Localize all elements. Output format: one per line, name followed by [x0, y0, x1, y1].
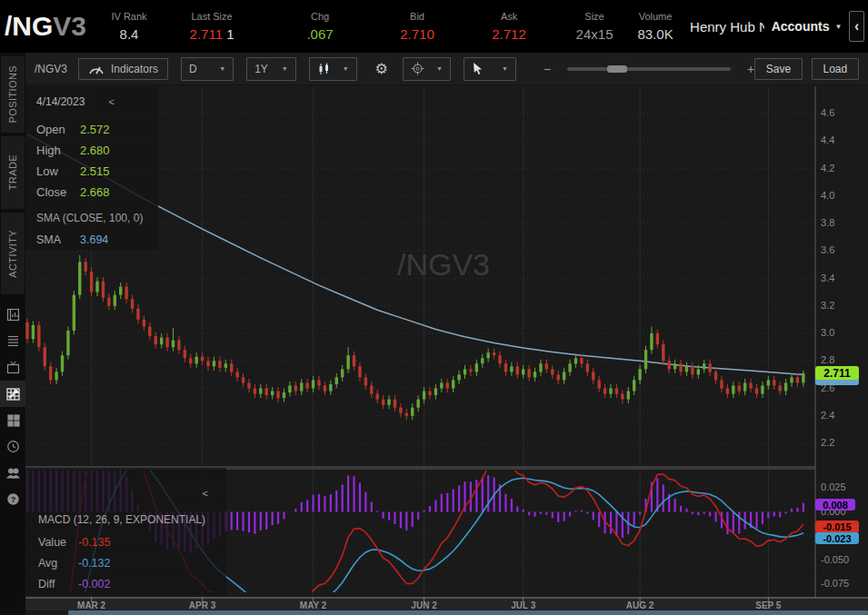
price-tick-label: 3.6	[821, 244, 834, 255]
price-tick-label: 3.8	[821, 217, 834, 228]
collapse-panel-icon[interactable]: <	[203, 488, 208, 499]
symbol-month-code: V3	[53, 11, 86, 41]
collapse-panel-icon[interactable]: <	[108, 96, 114, 107]
field-ask: Ask 2.712	[459, 11, 559, 42]
sidebar-icon-rail: ?	[0, 302, 25, 512]
help-icon[interactable]: ?	[0, 486, 25, 512]
indicators-button[interactable]: Indicators	[78, 58, 168, 80]
pointer-tool-dropdown[interactable]: ▼	[464, 57, 516, 81]
time-scrollbar[interactable]	[68, 610, 868, 615]
time-tick-label: JUL 3	[511, 600, 535, 610]
field-last-size: Last Size 2.711 1	[159, 11, 264, 42]
symbol-root: /NG	[5, 11, 53, 41]
zoom-in-button[interactable]: +	[747, 62, 754, 76]
macd-avg-axis-label: -0.023	[815, 532, 859, 544]
last-price-axis-label: 2.711	[815, 366, 859, 380]
crosshair-date: 4/14/2023	[36, 95, 85, 108]
tv-icon[interactable]	[0, 354, 25, 381]
price-tick-label: 4.4	[821, 134, 834, 145]
sma-study-value-row: SMA3.694	[36, 233, 158, 246]
zoom-slider-track[interactable]	[567, 67, 731, 71]
macd-tick-label: -0.075	[821, 578, 849, 589]
sma-study-title: SMA (CLOSE, 100, 0)	[36, 212, 158, 224]
chevron-left-icon: ‹	[854, 18, 859, 35]
time-tick-label: JUN 2	[411, 600, 436, 610]
macd-value-row: Value-0.135	[38, 536, 110, 549]
time-tick-label: MAR 2	[77, 600, 105, 610]
macd-diff-axis-label: 0.008	[815, 499, 855, 511]
price-tick-label: 2.8	[821, 354, 834, 365]
timeframe-dropdown[interactable]: D ▼	[181, 57, 234, 81]
macd-tick-label: -0.050	[821, 554, 849, 565]
price-tick-label: 4.6	[821, 107, 834, 118]
time-tick-label: SEP 5	[755, 600, 781, 610]
zoom-slider-handle[interactable]	[607, 65, 627, 73]
candlestick-style-icon	[317, 63, 331, 75]
trading-app: /NGV3 IV Rank 8.4 Last Size 2.711 1 Chg …	[0, 0, 868, 615]
chevron-down-icon: ▼	[282, 65, 288, 72]
sidebar-tab-trade[interactable]: TRADE	[1, 136, 25, 209]
list-icon[interactable]	[0, 328, 25, 354]
range-dropdown[interactable]: 1Y ▼	[246, 57, 296, 81]
save-button[interactable]: Save	[754, 58, 802, 80]
price-tick-label: 3.0	[821, 327, 834, 338]
chevron-down-icon: ▼	[436, 65, 443, 72]
ohlc-row-open: Open2.572	[36, 123, 158, 136]
price-tick-label: 4.0	[821, 190, 834, 201]
load-button[interactable]: Load	[812, 58, 859, 80]
chart-style-dropdown[interactable]: ▼	[309, 57, 357, 81]
macd-info-panel: < MACD (12, 26, 9, EXPONENTIAL) Value-0.…	[25, 468, 226, 595]
field-size: Size 24x15	[559, 11, 630, 42]
macd-diff-row: Diff-0.002	[38, 578, 110, 590]
apps-grid-icon[interactable]	[0, 407, 25, 433]
toolbar-symbol-label: /NGV3	[35, 63, 67, 75]
macd-study-title: MACD (12, 26, 9, EXPONENTIAL)	[38, 513, 205, 526]
time-tick-label: APR 3	[189, 600, 215, 610]
crosshair-dropdown[interactable]: ▼	[403, 57, 451, 81]
price-tick-label: 2.4	[821, 410, 834, 421]
chart-settings-gear-icon[interactable]: ⚙	[370, 59, 394, 78]
chevron-down-icon: ▼	[219, 65, 225, 72]
price-tick-label: 2.2	[821, 437, 834, 448]
svg-text:?: ?	[10, 495, 15, 504]
crosshair-icon	[411, 62, 424, 75]
zoom-out-button[interactable]: −	[544, 62, 551, 76]
community-icon[interactable]	[0, 460, 25, 486]
chevron-down-icon: ▼	[834, 23, 842, 31]
price-tick-label: 4.2	[821, 163, 834, 174]
ohlc-row-high: High2.680	[36, 144, 158, 157]
ohlc-row-close: Close2.668	[36, 185, 158, 199]
field-bid: Bid 2.710	[375, 11, 459, 42]
ohlc-info-panel: 4/14/2023 < Open2.572 High2.680 Low2.515…	[25, 86, 158, 251]
monitor-icon[interactable]	[0, 302, 25, 328]
field-change: Chg .067	[264, 11, 375, 42]
macd-tick-label: 0.025	[821, 481, 846, 492]
field-volume: Volume 83.0K	[630, 11, 681, 42]
chart-toolbar: /NGV3 Indicators D ▼ 1Y ▼ ▼ ⚙ ▼ ▼ −	[25, 53, 868, 85]
zoom-control: − +	[544, 62, 754, 76]
header: /NGV3 IV Rank 8.4 Last Size 2.711 1 Chg …	[0, 0, 868, 53]
instrument-description: Henry Hub Nat...	[690, 19, 764, 35]
price-tick-label: 3.4	[821, 273, 834, 283]
price-tick-label: 3.2	[821, 300, 834, 311]
time-tick-label: AUG 2	[626, 600, 654, 610]
macd-avg-row: Avg-0.132	[38, 557, 110, 570]
chevron-down-icon: ▼	[343, 65, 349, 72]
history-clock-icon[interactable]	[0, 433, 25, 460]
field-iv-rank: IV Rank 8.4	[99, 11, 159, 42]
charts-icon[interactable]	[0, 381, 25, 407]
svg-text:/NGV3: /NGV3	[397, 247, 490, 282]
gauge-icon	[88, 63, 105, 74]
sidebar-tab-positions[interactable]: POSITIONS	[1, 56, 25, 133]
collapse-panel-button[interactable]: ‹	[849, 11, 864, 42]
macd-value-axis-label: -0.015	[815, 521, 859, 533]
cursor-arrow-icon	[472, 62, 484, 75]
sidebar-tab-activity[interactable]: ACTIVITY	[1, 213, 25, 294]
left-sidebar: POSITIONS TRADE ACTIVITY	[0, 53, 25, 615]
quote-fields: IV Rank 8.4 Last Size 2.711 1 Chg .067 B…	[99, 11, 681, 42]
accounts-dropdown[interactable]: Accounts ▼	[772, 19, 843, 34]
ohlc-row-low: Low2.515	[36, 164, 158, 178]
symbol-title: /NGV3	[5, 11, 86, 42]
chevron-down-icon: ▼	[502, 65, 508, 72]
time-tick-label: MAY 2	[300, 600, 326, 610]
